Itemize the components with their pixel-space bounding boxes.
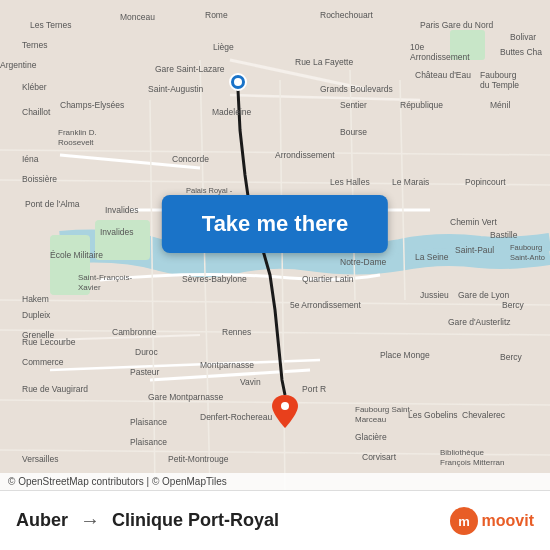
svg-text:Faubourg: Faubourg bbox=[510, 243, 542, 252]
svg-text:Champs-Elysées: Champs-Elysées bbox=[60, 100, 124, 110]
svg-text:Corvisart: Corvisart bbox=[362, 452, 397, 462]
destination-label: Clinique Port-Royal bbox=[112, 510, 279, 531]
svg-text:Les Halles: Les Halles bbox=[330, 177, 370, 187]
svg-text:Pont de l'Alma: Pont de l'Alma bbox=[25, 199, 80, 209]
svg-text:François Mitterran: François Mitterran bbox=[440, 458, 504, 467]
svg-text:10e: 10e bbox=[410, 42, 424, 52]
svg-text:Les Gobelins: Les Gobelins bbox=[408, 410, 458, 420]
svg-text:Dupleix: Dupleix bbox=[22, 310, 51, 320]
svg-text:Invalides: Invalides bbox=[100, 227, 134, 237]
svg-text:Vavin: Vavin bbox=[240, 377, 261, 387]
svg-text:Ménil: Ménil bbox=[490, 100, 510, 110]
svg-point-115 bbox=[281, 402, 289, 410]
svg-text:Rue La Fayette: Rue La Fayette bbox=[295, 57, 353, 67]
map-container: Les Ternes Monceau Rome Rochechouart Par… bbox=[0, 0, 550, 490]
svg-text:Les Ternes: Les Ternes bbox=[30, 20, 71, 30]
svg-text:Plaisance: Plaisance bbox=[130, 437, 167, 447]
svg-text:Saint-François-: Saint-François- bbox=[78, 273, 133, 282]
svg-text:Bercy: Bercy bbox=[502, 300, 524, 310]
svg-text:Xavier: Xavier bbox=[78, 283, 101, 292]
svg-text:Palais Royal -: Palais Royal - bbox=[186, 186, 233, 195]
origin-label: Auber bbox=[16, 510, 68, 531]
svg-text:Saint-Augustin: Saint-Augustin bbox=[148, 84, 204, 94]
svg-text:Jussieu: Jussieu bbox=[420, 290, 449, 300]
svg-text:Arrondissement: Arrondissement bbox=[410, 52, 470, 62]
svg-text:Port R: Port R bbox=[302, 384, 326, 394]
svg-text:La Seine: La Seine bbox=[415, 252, 449, 262]
svg-text:Marceau: Marceau bbox=[355, 415, 386, 424]
svg-text:Bastille: Bastille bbox=[490, 230, 518, 240]
svg-text:Gare de Lyon: Gare de Lyon bbox=[458, 290, 509, 300]
svg-text:5e Arrondissement: 5e Arrondissement bbox=[290, 300, 362, 310]
svg-text:Madeleine: Madeleine bbox=[212, 107, 251, 117]
svg-text:Saint-Paul: Saint-Paul bbox=[455, 245, 494, 255]
svg-text:Plaisance: Plaisance bbox=[130, 417, 167, 427]
svg-text:Faubourg: Faubourg bbox=[480, 70, 517, 80]
svg-text:Gare d'Austerlitz: Gare d'Austerlitz bbox=[448, 317, 511, 327]
svg-text:Rome: Rome bbox=[205, 10, 228, 20]
bottom-bar: Auber → Clinique Port-Royal m moovit bbox=[0, 490, 550, 550]
moovit-icon: m bbox=[450, 507, 478, 535]
svg-text:Chaillot: Chaillot bbox=[22, 107, 51, 117]
svg-text:Invalides: Invalides bbox=[105, 205, 139, 215]
map-attribution: © OpenStreetMap contributors | © OpenMap… bbox=[0, 473, 550, 490]
svg-text:Saint-Anto: Saint-Anto bbox=[510, 253, 545, 262]
svg-text:Petit-Montrouge: Petit-Montrouge bbox=[168, 454, 229, 464]
svg-text:Place Monge: Place Monge bbox=[380, 350, 430, 360]
svg-text:Argentine: Argentine bbox=[0, 60, 37, 70]
svg-text:Notre-Dame: Notre-Dame bbox=[340, 257, 387, 267]
svg-text:Cambronne: Cambronne bbox=[112, 327, 157, 337]
svg-text:Château d'Eau: Château d'Eau bbox=[415, 70, 471, 80]
svg-text:Rochechouart: Rochechouart bbox=[320, 10, 374, 20]
svg-text:Denfert-Rochereau: Denfert-Rochereau bbox=[200, 412, 273, 422]
svg-text:Arrondissement: Arrondissement bbox=[275, 150, 335, 160]
svg-text:Bourse: Bourse bbox=[340, 127, 367, 137]
take-me-there-button[interactable]: Take me there bbox=[162, 195, 388, 253]
svg-text:Quartier Latin: Quartier Latin bbox=[302, 274, 354, 284]
svg-text:Faubourg Saint-: Faubourg Saint- bbox=[355, 405, 413, 414]
svg-text:Grands Boulevards: Grands Boulevards bbox=[320, 84, 393, 94]
svg-text:Gare Saint-Lazare: Gare Saint-Lazare bbox=[155, 64, 225, 74]
svg-rect-1 bbox=[95, 220, 150, 260]
svg-text:Monceau: Monceau bbox=[120, 12, 155, 22]
svg-text:Popincourt: Popincourt bbox=[465, 177, 506, 187]
svg-text:Rue Lecourbe: Rue Lecourbe bbox=[22, 337, 76, 347]
svg-text:Bibliothèque: Bibliothèque bbox=[440, 448, 485, 457]
svg-text:École Militaire: École Militaire bbox=[50, 250, 103, 260]
svg-text:Glacière: Glacière bbox=[355, 432, 387, 442]
svg-text:Gare Montparnasse: Gare Montparnasse bbox=[148, 392, 223, 402]
svg-text:Commerce: Commerce bbox=[22, 357, 64, 367]
svg-text:Le Marais: Le Marais bbox=[392, 177, 429, 187]
svg-text:du Temple: du Temple bbox=[480, 80, 519, 90]
svg-text:République: République bbox=[400, 100, 443, 110]
svg-text:Chevalerec: Chevalerec bbox=[462, 410, 506, 420]
svg-text:Pasteur: Pasteur bbox=[130, 367, 159, 377]
svg-text:Boissière: Boissière bbox=[22, 174, 57, 184]
svg-text:Paris Gare du Nord: Paris Gare du Nord bbox=[420, 20, 493, 30]
svg-text:m: m bbox=[458, 514, 470, 529]
svg-text:Buttes Cha: Buttes Cha bbox=[500, 47, 542, 57]
svg-text:Rennes: Rennes bbox=[222, 327, 251, 337]
svg-text:Franklin D.: Franklin D. bbox=[58, 128, 97, 137]
svg-text:Bercy: Bercy bbox=[500, 352, 522, 362]
svg-text:Roosevelt: Roosevelt bbox=[58, 138, 94, 147]
arrow-icon: → bbox=[80, 509, 100, 532]
svg-text:Iéna: Iéna bbox=[22, 154, 39, 164]
svg-text:Montparnasse: Montparnasse bbox=[200, 360, 254, 370]
moovit-logo: m moovit bbox=[450, 507, 534, 535]
svg-text:Duroc: Duroc bbox=[135, 347, 158, 357]
svg-text:Bolivar: Bolivar bbox=[510, 32, 536, 42]
svg-text:Sentier: Sentier bbox=[340, 100, 367, 110]
svg-text:Ternes: Ternes bbox=[22, 40, 48, 50]
svg-point-113 bbox=[234, 78, 242, 86]
svg-text:Chemin Vert: Chemin Vert bbox=[450, 217, 497, 227]
moovit-text: moovit bbox=[482, 512, 534, 530]
svg-text:Kléber: Kléber bbox=[22, 82, 47, 92]
svg-text:Sèvres-Babylone: Sèvres-Babylone bbox=[182, 274, 247, 284]
svg-text:Rue de Vaugirard: Rue de Vaugirard bbox=[22, 384, 88, 394]
svg-text:Hakem: Hakem bbox=[22, 294, 49, 304]
svg-text:Liège: Liège bbox=[213, 42, 234, 52]
svg-text:Versailles: Versailles bbox=[22, 454, 58, 464]
svg-text:Concorde: Concorde bbox=[172, 154, 209, 164]
